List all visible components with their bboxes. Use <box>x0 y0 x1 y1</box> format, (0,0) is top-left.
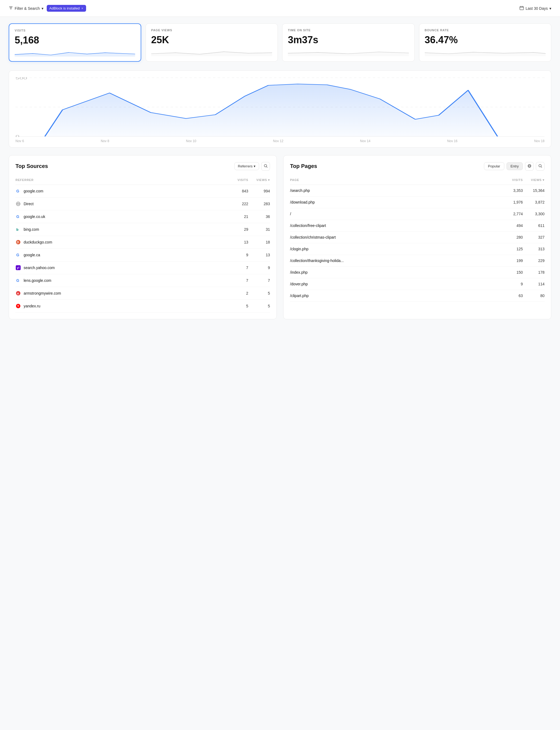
source-visits: 21 <box>226 214 248 219</box>
page-views: 313 <box>523 247 545 251</box>
page-visits: 2,774 <box>501 212 523 216</box>
adblock-label: AdBlock is installed <box>49 6 80 10</box>
svg-text:b: b <box>16 227 18 231</box>
source-row[interactable]: Y yandex.ru 5 5 <box>15 300 270 312</box>
source-views: 31 <box>248 227 270 231</box>
svg-text:G: G <box>16 253 19 257</box>
source-visits: 5 <box>226 304 248 308</box>
tab-entry-label: Entry <box>511 164 519 168</box>
referrer-cell: a armstrongmywire.com <box>15 290 226 296</box>
pages-col-views: VIEWS ▾ <box>523 178 545 182</box>
page-views: 229 <box>523 258 545 263</box>
page-cell: /clipart.php <box>290 293 361 298</box>
main-chart-svg: 500 0 <box>15 77 545 137</box>
page-cell: /download.php <box>290 200 361 204</box>
favicon-Direct <box>15 201 21 206</box>
referrers-label: Referrers <box>238 164 253 168</box>
page-cell: / <box>290 212 361 216</box>
svg-text:y!: y! <box>17 266 20 269</box>
referrer-cell: b bing.com <box>15 227 226 232</box>
panels-row: Top Sources Referrers ▾ <box>9 155 551 319</box>
page-row[interactable]: /collection/free-clipart 494 611 <box>290 220 545 231</box>
page-visits: 63 <box>501 293 523 298</box>
sources-title: Top Sources <box>15 163 48 169</box>
source-views: 994 <box>248 189 270 193</box>
page-row[interactable]: /index.php 150 178 <box>290 266 545 278</box>
source-views: 7 <box>248 278 270 283</box>
page-views: 114 <box>523 282 545 286</box>
source-row[interactable]: G google.ca 9 13 <box>15 249 270 261</box>
page-row[interactable]: /dover.php 9 114 <box>290 278 545 290</box>
svg-line-39 <box>541 167 542 168</box>
source-row[interactable]: b bing.com 29 31 <box>15 223 270 236</box>
page-cell: /search.php <box>290 188 361 193</box>
referrers-dropdown[interactable]: Referrers ▾ <box>234 162 259 170</box>
calendar-icon <box>520 6 524 11</box>
filter-search-button[interactable]: Filter & Search ▾ <box>9 6 43 11</box>
referrer-cell: Direct <box>15 201 226 206</box>
page-row[interactable]: /search.php 3,353 15,364 <box>290 185 545 196</box>
svg-text:Y: Y <box>17 304 19 308</box>
referrer-name: google.co.uk <box>24 214 45 219</box>
pages-globe-button[interactable] <box>525 162 534 171</box>
source-row[interactable]: G google.co.uk 21 36 <box>15 210 270 223</box>
stat-value-visits: 5,168 <box>15 35 135 46</box>
page-row[interactable]: / 2,774 3,300 <box>290 208 545 220</box>
adblock-close[interactable]: × <box>81 7 83 10</box>
referrer-name: lens.google.com <box>24 278 51 283</box>
referrer-cell: G google.ca <box>15 252 226 258</box>
page-row[interactable]: /download.php 1,976 3,872 <box>290 196 545 208</box>
referrer-name: search.yahoo.com <box>24 265 55 270</box>
svg-text:500: 500 <box>15 77 27 80</box>
svg-marker-16 <box>45 84 498 136</box>
stat-card-time[interactable]: TIME ON SITE 3m37s <box>282 23 415 62</box>
date-range-button[interactable]: Last 30 Days ▾ <box>520 6 551 11</box>
stat-card-pageviews[interactable]: PAGE VIEWS 25K <box>146 23 278 62</box>
page-row[interactable]: /clogin.php 125 313 <box>290 243 545 255</box>
page-row[interactable]: /clipart.php 63 80 <box>290 290 545 302</box>
source-visits: 13 <box>226 240 248 244</box>
tab-entry[interactable]: Entry <box>506 162 523 170</box>
sources-col-referrer: REFERRER <box>15 178 226 182</box>
chart-label-nov10: Nov 10 <box>186 139 196 143</box>
referrer-cell: y! search.yahoo.com <box>15 265 226 270</box>
chart-label-nov6: Nov 6 <box>15 139 24 143</box>
source-row[interactable]: G lens.google.com 7 7 <box>15 274 270 287</box>
sources-col-visits: VISITS <box>226 178 248 182</box>
favicon-google.com: G <box>15 188 21 194</box>
favicon-google.co.uk: G <box>15 214 21 219</box>
stat-label-pageviews: PAGE VIEWS <box>151 29 272 32</box>
source-visits: 7 <box>226 265 248 270</box>
source-row[interactable]: G google.com 843 994 <box>15 185 270 197</box>
source-visits: 2 <box>226 291 248 295</box>
page-views: 15,364 <box>523 188 545 193</box>
pages-col-page: PAGE <box>290 178 501 182</box>
source-row[interactable]: y! search.yahoo.com 7 9 <box>15 261 270 274</box>
chart-label-nov12: Nov 12 <box>273 139 283 143</box>
sources-search-button[interactable] <box>261 162 270 171</box>
sparkline-bounce <box>425 49 546 56</box>
page-views: 327 <box>523 235 545 239</box>
stat-label-bounce: BOUNCE RATE <box>425 29 546 32</box>
page-views: 3,872 <box>523 200 545 204</box>
sources-table-header: REFERRER VISITS VIEWS ▾ <box>15 176 270 185</box>
stats-row: VISITS 5,168 PAGE VIEWS 25K TIME ON SITE… <box>9 23 551 62</box>
stat-card-bounce[interactable]: BOUNCE RATE 36.47% <box>419 23 552 62</box>
page-row[interactable]: /collection/christmas-clipart 280 327 <box>290 231 545 243</box>
chart-x-labels: Nov 6 Nov 8 Nov 10 Nov 12 Nov 14 Nov 16 … <box>15 137 545 143</box>
page-row[interactable]: /collection/thanksgiving-holida... 199 2… <box>290 255 545 266</box>
page-cell: /collection/free-clipart <box>290 223 361 228</box>
referrer-cell: D duckduckgo.com <box>15 239 226 245</box>
source-row[interactable]: D duckduckgo.com 13 18 <box>15 236 270 249</box>
source-row[interactable]: Direct 222 283 <box>15 197 270 210</box>
source-views: 18 <box>248 240 270 244</box>
sources-panel: Top Sources Referrers ▾ <box>9 155 277 319</box>
pages-search-button[interactable] <box>536 162 545 171</box>
pages-title: Top Pages <box>290 163 317 169</box>
sources-panel-header: Top Sources Referrers ▾ <box>15 162 270 171</box>
page-cell: /collection/christmas-clipart <box>290 235 361 239</box>
stat-card-visits[interactable]: VISITS 5,168 <box>9 23 141 62</box>
page-views: 178 <box>523 270 545 274</box>
source-row[interactable]: a armstrongmywire.com 2 5 <box>15 287 270 300</box>
tab-popular[interactable]: Popular <box>484 162 504 170</box>
